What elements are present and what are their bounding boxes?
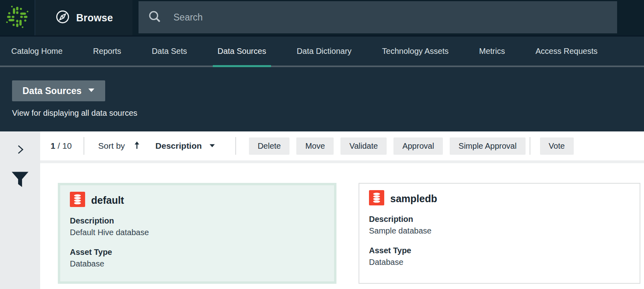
simple-approval-button[interactable]: Simple Approval — [450, 137, 526, 155]
nav-tab-label: Data Sources — [218, 47, 266, 56]
data-source-cards: default Description Default Hive databas… — [40, 163, 644, 284]
description-label: Description — [369, 214, 630, 224]
database-icon — [369, 190, 384, 207]
nav-tab-label: Technology Assets — [382, 47, 449, 56]
compass-icon — [55, 9, 70, 26]
approval-button[interactable]: Approval — [393, 137, 443, 155]
card-title: default — [91, 195, 124, 206]
nav-tab-label: Data Dictionary — [297, 47, 352, 56]
nav-tab-label: Catalog Home — [11, 47, 63, 56]
global-search[interactable] — [139, 1, 617, 33]
card-title: sampledb — [390, 193, 437, 205]
results-toolbar: 1 / 10 Sort by Description Delete — [40, 131, 644, 163]
view-selector-dropdown[interactable]: Data Sources — [12, 80, 105, 101]
page-total: 10 — [62, 141, 71, 150]
delete-button[interactable]: Delete — [249, 137, 290, 155]
chevron-down-icon — [209, 143, 215, 149]
nav-tab-technology-assets[interactable]: Technology Assets — [382, 37, 449, 66]
move-button[interactable]: Move — [296, 137, 334, 155]
nav-tab-metrics[interactable]: Metrics — [479, 37, 505, 66]
browse-header[interactable]: Browse — [35, 0, 132, 35]
asset-type-label: Asset Type — [369, 246, 630, 255]
page-separator: / — [55, 141, 63, 150]
description-value: Sample database — [369, 226, 630, 236]
nav-tab-data-sources[interactable]: Data Sources — [218, 37, 266, 66]
nav-tab-data-sets[interactable]: Data Sets — [152, 37, 187, 66]
chevron-down-icon — [88, 88, 95, 94]
nav-tab-label: Data Sets — [152, 47, 187, 56]
nav-tab-catalog-home[interactable]: Catalog Home — [11, 37, 63, 66]
view-description: View for displaying all data sources — [12, 109, 644, 118]
arrow-up-icon — [132, 140, 141, 152]
top-bar: Browse — [0, 0, 644, 37]
database-icon — [70, 192, 85, 209]
view-header: Data Sources View for displaying all dat… — [0, 67, 644, 131]
chevron-right-icon — [15, 151, 25, 157]
sort-direction-button[interactable] — [132, 140, 141, 152]
toolbar-divider — [235, 137, 236, 155]
validate-button[interactable]: Validate — [340, 137, 387, 155]
sort-field-dropdown[interactable]: Description — [155, 141, 215, 151]
app-logo[interactable] — [0, 0, 35, 35]
data-source-card-default[interactable]: default Description Default Hive databas… — [58, 183, 336, 284]
description-value: Default Hive database — [70, 228, 324, 237]
nav-tab-label: Metrics — [479, 47, 505, 56]
nav-tab-access-requests[interactable]: Access Requests — [536, 37, 598, 66]
toolbar-divider — [84, 137, 84, 155]
search-input[interactable] — [173, 12, 575, 23]
sort-by-label: Sort by — [98, 141, 125, 151]
search-icon — [147, 9, 162, 25]
nav-tab-label: Access Requests — [536, 47, 598, 56]
card-header: default — [70, 192, 324, 209]
browse-title: Browse — [76, 12, 113, 24]
expand-panel-button[interactable] — [12, 141, 28, 159]
asset-type-value: Database — [70, 259, 324, 269]
nav-tab-reports[interactable]: Reports — [93, 37, 121, 66]
content-area: 1 / 10 Sort by Description Delete — [0, 131, 644, 289]
asset-type-label: Asset Type — [70, 247, 324, 257]
nav-tab-label: Reports — [93, 47, 121, 56]
catalog-nav: Catalog Home Reports Data Sets Data Sour… — [0, 37, 644, 67]
filter-button[interactable] — [9, 169, 31, 192]
data-source-card-sampledb[interactable]: sampledb Description Sample database Ass… — [359, 183, 640, 284]
funnel-icon — [11, 183, 29, 189]
pagination: 1 / 10 — [51, 141, 72, 151]
sort-field-label: Description — [155, 141, 202, 151]
view-selector-label: Data Sources — [22, 86, 82, 96]
toolbar-divider — [530, 137, 530, 155]
card-header: sampledb — [369, 190, 630, 207]
left-rail — [0, 131, 40, 289]
page-current: 1 — [51, 141, 55, 150]
vote-button[interactable]: Vote — [540, 137, 574, 155]
asset-type-value: Database — [369, 257, 630, 267]
description-label: Description — [70, 216, 324, 225]
nav-tab-data-dictionary[interactable]: Data Dictionary — [297, 37, 352, 66]
logo-icon — [6, 5, 29, 30]
results-panel: 1 / 10 Sort by Description Delete — [40, 131, 644, 289]
